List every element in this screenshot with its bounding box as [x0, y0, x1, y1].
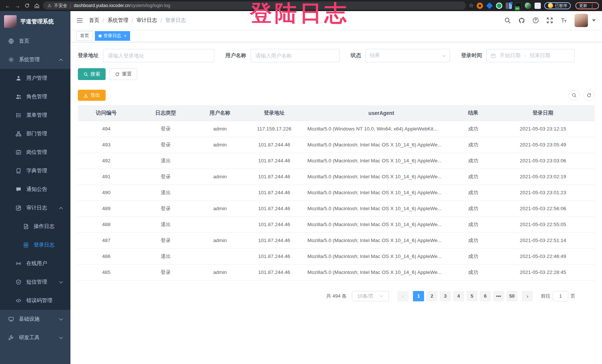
- login-time-range-picker[interactable]: 开始日期 - 结束日期: [486, 49, 575, 62]
- table-cell: Mozilla/5.0 (Macintosh; Intel Mac OS X 1…: [305, 248, 455, 264]
- sidebar-item-dict[interactable]: 字典管理: [0, 162, 70, 180]
- not-secure-label[interactable]: 不安全: [54, 3, 67, 9]
- sidebar-item-infra[interactable]: 基础设施: [0, 310, 70, 328]
- search-button[interactable]: 搜索: [78, 68, 106, 80]
- sidebar-item-user[interactable]: 用户管理: [0, 69, 70, 87]
- sidebar-item-post[interactable]: 岗位管理: [0, 143, 70, 162]
- page-button-3[interactable]: 3: [440, 291, 451, 301]
- breadcrumb-item[interactable]: 审计日志: [136, 17, 157, 24]
- extension-green-icon[interactable]: [496, 3, 502, 9]
- sidebar-item-gear[interactable]: 系统管理: [0, 50, 70, 69]
- table-row: 493登录admin101.87.244.46Mozilla/5.0 (Maci…: [78, 137, 595, 153]
- table-cell: 成功: [455, 185, 492, 201]
- username-input[interactable]: [251, 49, 340, 62]
- jump-page-input[interactable]: [553, 291, 568, 301]
- sidebar-item-label: 通知公告: [26, 186, 47, 193]
- refresh-table-icon[interactable]: [583, 90, 595, 101]
- table-cell: Mozilla/5.0 (Macintosh; Intel Mac OS X 1…: [305, 137, 455, 153]
- help-icon[interactable]: [532, 17, 539, 24]
- sidebar-item-sms[interactable]: 短信管理: [0, 273, 70, 291]
- sidebar-item-online-user[interactable]: 在线用户: [0, 254, 70, 273]
- toggle-search-icon[interactable]: [569, 90, 580, 101]
- font-size-icon[interactable]: [560, 17, 567, 24]
- annotation-overlay-text: 登陆日志: [250, 0, 349, 29]
- page-url[interactable]: dashboard.yudao.iocoder.cn/system/log/lo…: [74, 3, 170, 8]
- sidebar-item-audit[interactable]: 审计日志: [0, 199, 70, 217]
- extension-leaf-icon[interactable]: [525, 3, 531, 9]
- table-cell: admin: [197, 137, 243, 153]
- table-cell: 成功: [455, 248, 492, 264]
- page-button-6[interactable]: 6: [480, 291, 491, 301]
- table-cell: 493: [78, 137, 135, 153]
- tag-active[interactable]: 登录日志×: [95, 31, 130, 41]
- page-size-select[interactable]: 10条/页: [352, 291, 389, 301]
- browser-back-icon[interactable]: ←: [3, 1, 13, 10]
- app-logo-row[interactable]: 芋道管理系统: [0, 11, 70, 32]
- sidebar-item-label: 基础设施: [19, 316, 40, 322]
- sidebar-item-login-log[interactable]: 登录日志: [0, 236, 70, 254]
- calendar-icon: [490, 53, 496, 59]
- sidebar-item-menu[interactable]: 菜单管理: [0, 106, 70, 125]
- hamburger-icon[interactable]: [76, 17, 83, 23]
- profile-paused-badge[interactable]: 已暂停: [544, 2, 571, 9]
- sidebar-item-label: 岗位管理: [26, 149, 47, 156]
- page-button-1[interactable]: 1: [413, 291, 424, 301]
- sidebar-item-devtool[interactable]: 研发工具: [0, 328, 70, 347]
- sidebar-item-dashboard[interactable]: 首页: [0, 32, 70, 50]
- page-button-50[interactable]: 50: [506, 291, 517, 301]
- browser-forward-icon[interactable]: →: [13, 1, 22, 10]
- chevron-up-icon: [59, 207, 63, 209]
- sidebar-item-error-code[interactable]: 错误码管理: [0, 291, 70, 310]
- github-icon[interactable]: [518, 17, 525, 24]
- browser-menu-dots-icon[interactable]: ⋮: [589, 3, 595, 9]
- chevron-down-icon: [59, 281, 63, 284]
- audit-icon: [16, 205, 22, 211]
- sidebar-item-label: 系统管理: [19, 56, 40, 63]
- tag-close-icon[interactable]: ×: [124, 33, 126, 39]
- user-menu-caret-icon[interactable]: [592, 19, 596, 22]
- user-avatar[interactable]: [575, 14, 588, 27]
- extensions-puzzle-icon[interactable]: [535, 3, 541, 9]
- column-header: 登录地址: [243, 105, 305, 121]
- notice-icon: [16, 186, 22, 192]
- browser-home-icon[interactable]: [32, 1, 42, 10]
- tag-item[interactable]: 首页: [76, 31, 93, 41]
- export-button[interactable]: 导出: [78, 90, 106, 101]
- table-cell: Mozilla/5.0 (Macintosh; Intel Mac OS X 1…: [305, 185, 455, 201]
- bookmark-star-icon[interactable]: ☆: [469, 2, 474, 9]
- reset-button[interactable]: 重置: [109, 68, 137, 80]
- pagination: 共 494 条 10条/页 ‹ 123456•••50 › 前往 页: [78, 291, 595, 301]
- browser-reload-icon[interactable]: [22, 1, 32, 10]
- more-pages-button[interactable]: •••: [493, 291, 504, 301]
- extension-orange-icon[interactable]: [477, 3, 483, 9]
- sidebar-item-dept[interactable]: 部门管理: [0, 125, 70, 143]
- sidebar-item-role[interactable]: 角色管理: [0, 87, 70, 106]
- login-address-input[interactable]: [103, 49, 214, 62]
- page-button-2[interactable]: 2: [426, 291, 437, 301]
- prev-page-button[interactable]: ‹: [397, 291, 408, 301]
- devtool-icon: [8, 335, 14, 341]
- breadcrumb-item[interactable]: 系统管理: [108, 17, 128, 24]
- sidebar-item-label: 短信管理: [26, 279, 47, 285]
- fullscreen-icon[interactable]: [546, 17, 553, 24]
- breadcrumb-item: 登录日志: [165, 17, 186, 24]
- sidebar-item-notice[interactable]: 通知公告: [0, 180, 70, 199]
- table-row: 491登录admin101.87.244.46Mozilla/5.0 (Maci…: [78, 169, 595, 185]
- breadcrumb-item[interactable]: 首页: [89, 17, 99, 24]
- page-button-4[interactable]: 4: [453, 291, 464, 301]
- status-select[interactable]: 结果: [366, 49, 450, 62]
- sidebar-item-label: 操作日志: [34, 223, 54, 230]
- chevron-down-icon: [59, 337, 63, 339]
- sidebar-menu: 首页系统管理用户管理角色管理菜单管理部门管理岗位管理字典管理通知公告审计日志操作…: [0, 32, 70, 347]
- sidebar-item-operate-log[interactable]: 操作日志: [0, 217, 70, 236]
- browser-update-button[interactable]: 更新 ⋮: [575, 2, 599, 9]
- page-button-5[interactable]: 5: [466, 291, 477, 301]
- table-cell: 485: [78, 264, 135, 280]
- next-page-button[interactable]: ›: [522, 291, 533, 301]
- main-panel: 首页/系统管理/审计日志/登录日志: [70, 11, 602, 364]
- extension-blue-diamond-icon[interactable]: [486, 2, 493, 9]
- sidebar-item-label: 首页: [19, 38, 29, 44]
- search-icon[interactable]: [504, 17, 511, 24]
- extension-list-on-icon[interactable]: [515, 3, 522, 9]
- extension-grid-icon[interactable]: [506, 3, 512, 9]
